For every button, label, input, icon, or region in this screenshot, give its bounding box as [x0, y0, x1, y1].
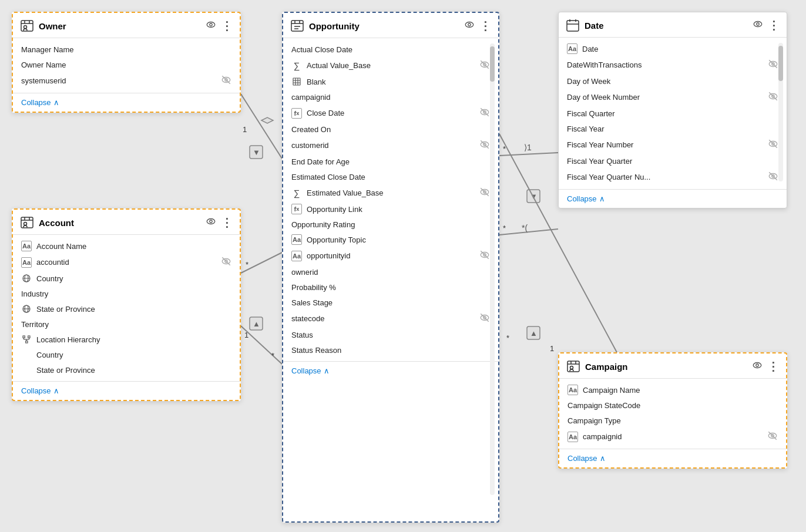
svg-rect-10	[250, 317, 263, 330]
field-created-on: Created On	[283, 122, 498, 137]
date-more-icon[interactable]: ⋮	[768, 18, 780, 32]
svg-text:*: *	[246, 260, 248, 269]
svg-point-27	[24, 26, 27, 29]
svg-point-100	[753, 363, 761, 368]
svg-text:1: 1	[550, 344, 554, 353]
svg-line-0	[241, 94, 282, 159]
campaign-collapse[interactable]: Collapse ∧	[567, 454, 778, 463]
field-sales-stage: Sales Stage	[283, 295, 498, 310]
owner-card-header: Owner ⋮	[13, 13, 240, 38]
date-collapse[interactable]: Collapse ∧	[567, 194, 778, 203]
field-campaign-statecode: Campaign StateCode	[559, 398, 786, 413]
opportunity-collapse[interactable]: Collapse ∧	[291, 366, 490, 375]
account-actions: ⋮	[206, 216, 233, 230]
customerid-hidden-icon	[479, 139, 490, 151]
date-scrollbar-track[interactable]	[778, 43, 783, 181]
svg-line-12	[499, 153, 558, 156]
opportunity-actions: ⋮	[464, 19, 491, 33]
fiscalyearquarternu-hidden-icon	[768, 171, 778, 183]
svg-rect-81	[567, 21, 579, 31]
campaign-title: Campaign	[585, 362, 747, 372]
opportunity-collapse-chevron: ∧	[324, 366, 330, 375]
field-country: Country	[13, 271, 240, 286]
svg-text:*(: *(	[522, 223, 528, 233]
svg-text:*: *	[271, 351, 274, 360]
svg-line-3	[241, 252, 282, 273]
field-country-child: Country	[13, 347, 240, 362]
svg-rect-48	[28, 336, 30, 338]
svg-point-57	[468, 23, 471, 26]
account-more-icon[interactable]: ⋮	[221, 216, 233, 230]
svg-point-35	[24, 223, 27, 225]
account-name-icon: Aa	[21, 241, 32, 251]
opportunity-title: Opportunity	[309, 21, 459, 31]
account-card-header: Account ⋮	[13, 210, 240, 235]
field-actual-value-base: ∑ Actual Value_Base	[283, 57, 498, 74]
campaign-table-icon	[566, 359, 580, 373]
svg-text:▼: ▼	[530, 192, 538, 201]
date-text-icon: Aa	[567, 43, 577, 54]
svg-rect-54	[291, 21, 303, 31]
campaign-actions: ⋮	[752, 359, 779, 373]
account-collapse[interactable]: Collapse ∧	[21, 386, 231, 395]
opportunity-table-icon	[290, 19, 304, 33]
field-systemuserid: systemuserid	[13, 72, 240, 89]
campaign-more-icon[interactable]: ⋮	[767, 359, 779, 373]
oppid-text-icon: Aa	[291, 251, 302, 261]
svg-text:▲: ▲	[253, 319, 260, 328]
owner-title: Owner	[39, 21, 201, 31]
opportunity-card: Opportunity ⋮ Actual Close Date ∑ Actual…	[282, 12, 499, 523]
campaign-collapse-chevron: ∧	[600, 454, 606, 463]
field-fiscal-year-quarter: Fiscal Year Quarter	[559, 153, 787, 169]
field-account-name: Aa Account Name	[13, 238, 240, 254]
date-title: Date	[585, 21, 748, 31]
field-fiscal-year-quarter-nu: Fiscal Year Quarter Nu...	[559, 169, 787, 186]
accountid-hidden-icon	[221, 256, 231, 268]
svg-line-17	[499, 229, 558, 235]
owner-more-icon[interactable]: ⋮	[221, 19, 233, 33]
field-state-province-child: State or Province	[13, 362, 240, 378]
account-visibility-icon[interactable]	[206, 216, 216, 229]
date-card: Date ⋮ Aa Date DateWithTransactions	[558, 12, 787, 208]
svg-point-83	[754, 22, 762, 27]
campaign-visibility-icon[interactable]	[752, 360, 763, 373]
svg-point-36	[207, 219, 215, 224]
owner-actions: ⋮	[206, 19, 233, 33]
svg-line-5	[241, 326, 282, 364]
owner-visibility-icon[interactable]	[206, 19, 216, 32]
field-opportunity-link: fx Opportunity Link	[283, 201, 498, 217]
date-actions: ⋮	[753, 18, 780, 32]
sigma-icon-2: ∑	[291, 188, 302, 198]
accountid-icon: Aa	[21, 257, 32, 268]
field-campaign-name: Aa Campaign Name	[559, 382, 786, 398]
field-opportunityid: Aa opportunityid	[283, 247, 498, 264]
field-fiscal-year-number: Fiscal Year Number	[559, 136, 787, 153]
systemuserid-hidden-icon	[221, 75, 231, 87]
opportunity-more-icon[interactable]: ⋮	[479, 19, 491, 33]
field-state-province: State or Province	[13, 301, 240, 316]
date-visibility-icon[interactable]	[753, 19, 763, 32]
opportunity-scrollbar-track[interactable]	[490, 43, 495, 495]
svg-point-56	[465, 22, 473, 28]
field-estimated-value-base: ∑ Estimated Value_Base	[283, 184, 498, 201]
date-scrollbar-thumb[interactable]	[778, 46, 783, 81]
owner-collapse[interactable]: Collapse ∧	[21, 98, 231, 107]
account-table-icon	[20, 216, 34, 230]
opportunity-visibility-icon[interactable]	[464, 19, 475, 32]
campaign-card-header: Campaign ⋮	[559, 353, 786, 379]
date-card-header: Date ⋮	[559, 12, 787, 38]
field-industry: Industry	[13, 286, 240, 301]
account-title: Account	[39, 218, 201, 228]
opportunity-card-header: Opportunity ⋮	[283, 13, 498, 38]
campaign-fields: Aa Campaign Name Campaign StateCode Camp…	[559, 379, 786, 449]
field-opportunity-rating: Opportunity Rating	[283, 217, 498, 232]
owner-card: Owner ⋮ Manager Name Owner Name systemus…	[12, 12, 241, 113]
opportunity-scrollbar-thumb[interactable]	[490, 46, 495, 82]
svg-text:1: 1	[244, 331, 248, 339]
country-globe-icon	[21, 273, 32, 284]
field-day-of-week: Day of Week	[559, 73, 787, 89]
campaign-name-text-icon: Aa	[567, 385, 578, 395]
fiscalyearnumber-hidden-icon	[768, 139, 778, 151]
field-status-reason: Status Reason	[283, 342, 498, 358]
opportunity-footer: Collapse ∧	[283, 361, 498, 380]
